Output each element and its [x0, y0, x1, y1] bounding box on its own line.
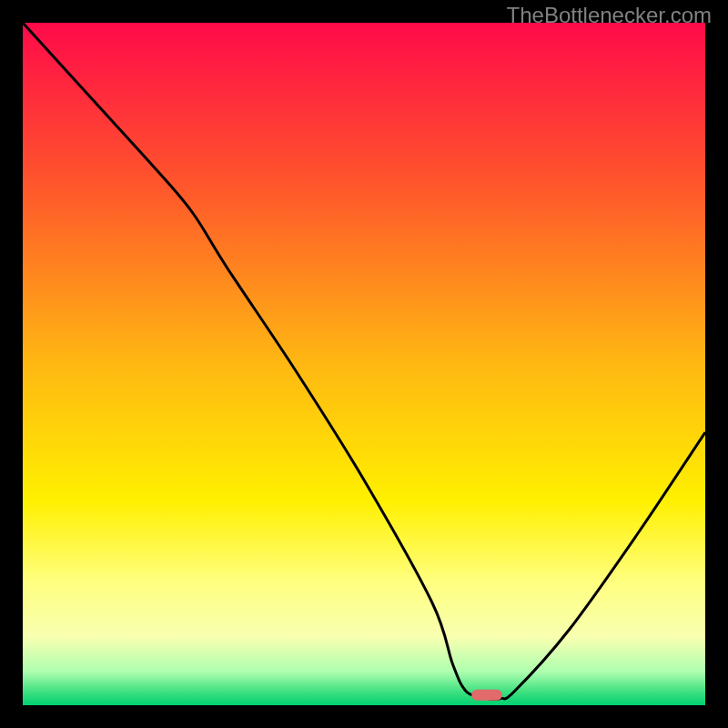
chart-svg	[23, 23, 705, 705]
gradient-background	[23, 23, 705, 705]
watermark-text: TheBottlenecker.com	[507, 3, 712, 28]
chart-plot-area	[23, 23, 705, 705]
optimal-marker	[471, 690, 502, 701]
